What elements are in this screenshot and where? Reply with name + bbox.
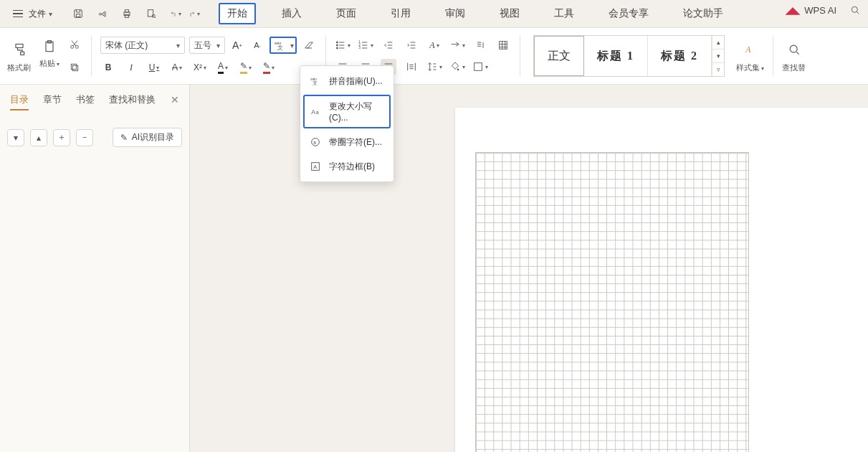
tab-start[interactable]: 开始 — [219, 3, 256, 24]
copy-icon[interactable] — [67, 60, 82, 75]
menu-border-label: 字符边框(B) — [329, 161, 375, 173]
cut-icon[interactable] — [67, 37, 82, 52]
quick-access — [72, 8, 157, 19]
menu-char-border[interactable]: A 字符边框(B) — [300, 154, 394, 179]
svg-text:3: 3 — [358, 46, 361, 50]
tab-insert[interactable]: 插入 — [273, 3, 310, 24]
ai-toc-button[interactable]: ✎ AI识别目录 — [113, 128, 182, 147]
number-list-button[interactable]: 123 — [358, 37, 373, 53]
svg-text:A: A — [311, 108, 315, 116]
asian-format-button[interactable] — [449, 37, 465, 53]
svg-rect-8 — [16, 44, 23, 47]
preview-icon[interactable] — [146, 8, 157, 19]
file-menu[interactable]: 文件 ▾ — [7, 5, 58, 23]
sort-button[interactable] — [495, 37, 511, 53]
tab-reference[interactable]: 引用 — [382, 3, 419, 24]
style-heading2[interactable]: 标题 2 — [648, 36, 712, 76]
highlight-button[interactable]: ✎ — [238, 60, 254, 75]
paragraph-mark-button[interactable] — [472, 37, 488, 53]
pinyin-menu-icon: wén文 — [309, 75, 322, 88]
save-icon[interactable] — [72, 8, 84, 19]
document-canvas[interactable] — [190, 85, 868, 452]
tab-paper[interactable]: 论文助手 — [674, 3, 732, 24]
italic-button[interactable]: I — [123, 60, 139, 75]
paste-group[interactable]: 粘贴 — [39, 37, 59, 75]
collapse-up-button[interactable]: ▴ — [30, 129, 47, 146]
indent-button[interactable] — [404, 37, 419, 53]
styleset-group[interactable]: A 样式集 — [736, 39, 764, 73]
pinyin-guide-split-button[interactable]: wén文 ▾ — [270, 37, 297, 54]
nav-tab-chapter[interactable]: 章节 — [43, 93, 62, 106]
font-color-glyph: A — [218, 61, 224, 74]
redo-button[interactable] — [189, 8, 200, 19]
tab-member[interactable]: 会员专享 — [600, 3, 657, 24]
remove-button[interactable]: － — [76, 129, 93, 146]
clear-format-button[interactable] — [301, 37, 317, 53]
strike-label: A — [172, 62, 178, 72]
style-gallery: 正文 标题 1 标题 2 ▴ ▾ ▿ — [533, 35, 725, 77]
case-icon: Aa — [310, 105, 322, 118]
shrink-font-button[interactable]: A- — [249, 37, 265, 53]
nav-panel-tabs: 目录 章节 书签 查找和替换 ✕ — [0, 85, 189, 115]
tab-view[interactable]: 视图 — [491, 3, 528, 24]
undo-button[interactable] — [170, 8, 181, 19]
close-panel-icon[interactable]: ✕ — [171, 94, 179, 105]
nav-tab-toc[interactable]: 目录 — [10, 93, 29, 106]
svg-text:A: A — [745, 45, 751, 55]
font-color-button[interactable]: A — [215, 60, 231, 75]
tab-review[interactable]: 审阅 — [437, 3, 474, 24]
bold-button[interactable]: B — [100, 60, 116, 75]
text-color-button[interactable]: ✎ — [261, 60, 277, 75]
add-button[interactable]: ＋ — [53, 129, 70, 146]
font-name-select[interactable]: 宋体 (正文)▾ — [100, 37, 185, 54]
superscript-button[interactable]: X² — [192, 60, 208, 75]
shading-button[interactable] — [449, 59, 465, 75]
menubar: 文件 ▾ 开始 插入 页面 引用 审阅 视图 工具 会员专享 论文助手 ◢◣ W… — [0, 0, 868, 27]
find-label: 查找替 — [782, 62, 806, 73]
wps-ai-logo-icon: ◢◣ — [786, 5, 800, 16]
ribbon: 格式刷 粘贴 宋体 (正文)▾ 五号▾ A+ A- — [0, 27, 868, 85]
grow-font-button[interactable]: A+ — [229, 37, 245, 53]
style-heading1[interactable]: 标题 1 — [584, 36, 648, 76]
style-more-icon[interactable]: ▿ — [712, 63, 724, 76]
text-effects-button[interactable]: A — [426, 37, 442, 53]
ai-pen-icon: ✎ — [120, 133, 128, 143]
nav-tab-bookmark[interactable]: 书签 — [76, 93, 95, 106]
svg-rect-26 — [474, 63, 482, 71]
outdent-button[interactable] — [381, 37, 396, 53]
tab-tools[interactable]: 工具 — [545, 3, 583, 24]
print-icon[interactable] — [121, 8, 133, 19]
font-size-select[interactable]: 五号▾ — [189, 37, 225, 54]
expand-down-button[interactable]: ▾ — [7, 129, 24, 146]
svg-rect-9 — [20, 52, 24, 55]
menu-change-case[interactable]: Aa 更改大小写(C)... — [303, 95, 391, 128]
menu-circled-char[interactable]: a 带圈字符(E)... — [300, 130, 394, 154]
bullet-list-button[interactable] — [335, 37, 350, 53]
pinyin-icon: wén文 — [272, 39, 288, 52]
body-area: 目录 章节 书签 查找和替换 ✕ ▾ ▴ ＋ － ✎ AI识别目录 — [0, 85, 868, 452]
menu-pinyin-guide[interactable]: wén文 拼音指南(U)... — [300, 69, 394, 93]
menubar-right: ◢◣ WPS AI — [786, 4, 861, 16]
svg-point-25 — [457, 69, 459, 71]
style-down-icon[interactable]: ▾ — [712, 50, 724, 63]
borders-button[interactable] — [472, 59, 488, 75]
tab-page[interactable]: 页面 — [328, 3, 365, 24]
wps-ai-button[interactable]: ◢◣ WPS AI — [786, 5, 836, 16]
line-spacing-button[interactable] — [426, 59, 442, 75]
style-up-icon[interactable]: ▴ — [712, 36, 724, 50]
menu-pinyin-label: 拼音指南(U)... — [329, 75, 383, 88]
styleset-icon: A — [740, 39, 760, 60]
strike-button[interactable]: A — [169, 60, 185, 75]
svg-rect-4 — [125, 14, 128, 17]
format-painter-group[interactable]: 格式刷 — [7, 39, 31, 73]
find-group[interactable]: 查找替 — [782, 39, 806, 73]
share-icon[interactable] — [97, 8, 108, 19]
search-icon[interactable] — [849, 4, 861, 16]
undo-redo-group — [170, 8, 200, 19]
style-normal[interactable]: 正文 — [534, 36, 584, 76]
svg-point-18 — [336, 42, 338, 43]
underline-button[interactable]: U — [146, 60, 162, 75]
nav-tab-find[interactable]: 查找和替换 — [109, 93, 156, 106]
page-grid — [475, 152, 749, 452]
align-distribute-button[interactable] — [404, 59, 419, 75]
